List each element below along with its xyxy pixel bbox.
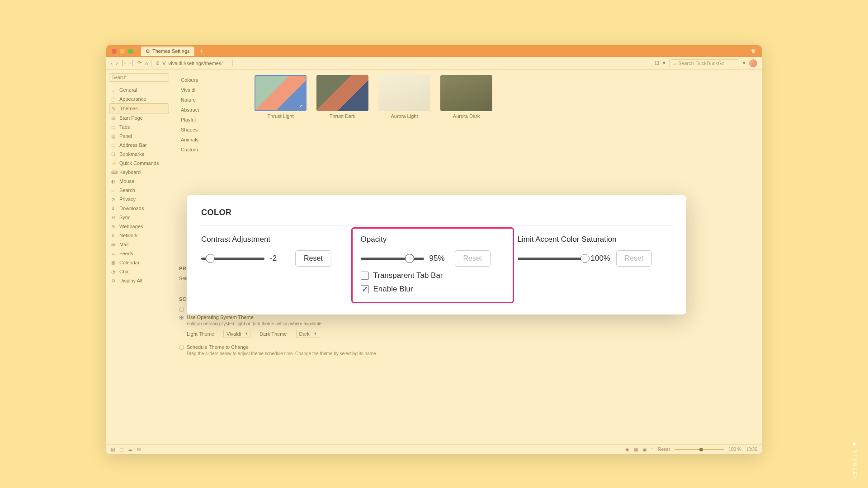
chevron-down-icon[interactable]: ▾ xyxy=(743,60,745,66)
minimize-icon[interactable] xyxy=(120,49,125,54)
sidebar-item-sync[interactable]: ⟲Sync xyxy=(109,213,169,222)
mail-icon[interactable]: ✉ xyxy=(137,447,141,452)
theme-aurora-light[interactable]: Aurora Light xyxy=(378,75,430,155)
check-icon: ✓ xyxy=(297,102,305,109)
sidebar-icon: ✉ xyxy=(111,242,117,247)
sidebar-item-tabs[interactable]: ▭Tabs xyxy=(109,122,169,131)
category-vivaldi[interactable]: Vivaldi xyxy=(179,85,245,95)
category-playful[interactable]: Playful xyxy=(179,115,245,125)
sidebar-icon: ⊼ xyxy=(111,233,117,238)
opacity-reset-button[interactable]: Reset xyxy=(455,250,491,267)
dark-theme-select[interactable]: Dark xyxy=(296,330,319,338)
category-animals[interactable]: Animals xyxy=(179,135,245,145)
camera-icon[interactable]: ◉ xyxy=(625,447,629,452)
category-nature[interactable]: Nature xyxy=(179,95,245,105)
sidebar-item-bookmarks[interactable]: ☐Bookmarks xyxy=(109,150,169,159)
bookmark-icon[interactable]: ☐ xyxy=(655,60,659,66)
sidebar-icon: ⌨ xyxy=(111,170,117,175)
rewind-button[interactable]: ⎮‹ xyxy=(121,60,126,66)
color-panel-title: COLOR xyxy=(201,208,672,217)
category-abstract[interactable]: Abstract xyxy=(179,105,245,115)
sidebar-item-label: Search xyxy=(119,188,135,193)
sidebar-item-network[interactable]: ⊼Network xyxy=(109,231,169,240)
sidebar-item-general[interactable]: ⌄General xyxy=(109,85,169,94)
checkbox-icon: ✓ xyxy=(361,285,369,293)
category-shapes[interactable]: Shapes xyxy=(179,125,245,135)
sidebar-item-appearance[interactable]: ▢Appearance xyxy=(109,94,169,103)
contrast-slider[interactable] xyxy=(201,258,264,260)
tab-themes-settings[interactable]: ⚙ Themes Settings xyxy=(141,47,194,56)
search-input[interactable]: ⌕ Search DuckDuckGo xyxy=(669,59,739,67)
fast-forward-button[interactable]: ›⎮ xyxy=(129,60,134,66)
sidebar-item-mouse[interactable]: ◐Mouse xyxy=(109,177,169,186)
settings-sidebar: Search ⌄General▢Appearance✎Themes⊞Start … xyxy=(106,70,172,444)
sidebar-item-label: Mail xyxy=(119,242,128,247)
sidebar-item-label: Display All xyxy=(119,278,142,283)
zoom-slider[interactable] xyxy=(675,449,724,450)
radio-os-theme[interactable]: Use Operating System Theme xyxy=(179,314,755,320)
sidebar-item-keyboard[interactable]: ⌨Keyboard xyxy=(109,168,169,177)
radio-label: Schedule Theme to Change xyxy=(187,344,249,350)
radio-icon xyxy=(179,345,184,350)
sidebar-item-feeds[interactable]: ⋋Feeds xyxy=(109,249,169,258)
category-colours[interactable]: Colours xyxy=(179,75,245,85)
sidebar-icon: ⌕ xyxy=(111,188,117,193)
sidebar-item-label: Address Bar xyxy=(119,142,147,148)
panel-toggle-icon[interactable]: ▤ xyxy=(111,447,115,452)
cloud-icon[interactable]: ☁ xyxy=(128,447,132,452)
sidebar-item-search[interactable]: ⌕Search xyxy=(109,186,169,195)
sidebar-item-chat[interactable]: ◔Chat xyxy=(109,267,169,276)
sidebar-search[interactable]: Search xyxy=(109,73,169,82)
sidebar-icon: ⊞ xyxy=(111,116,117,121)
sidebar-icon: ▭ xyxy=(111,125,117,130)
home-button[interactable]: ⌂ xyxy=(145,61,148,66)
sidebar-item-label: Themes xyxy=(120,106,138,111)
sidebar-item-downloads[interactable]: ⬇Downloads xyxy=(109,204,169,213)
back-button[interactable]: ‹ xyxy=(111,61,113,66)
theme-thrust-dark[interactable]: Thrust Dark xyxy=(316,75,368,155)
new-tab-button[interactable]: ＋ xyxy=(197,47,206,56)
sidebar-icon: ⌄ xyxy=(111,88,117,93)
sidebar-item-webpages[interactable]: ⊕Webpages xyxy=(109,222,169,231)
maximize-icon[interactable] xyxy=(128,49,133,54)
sidebar-icon: ✎ xyxy=(112,106,117,111)
saturation-slider[interactable] xyxy=(518,258,585,260)
sidebar-item-label: Keyboard xyxy=(119,169,141,175)
transparent-tabbar-checkbox[interactable]: Transparent Tab Bar xyxy=(361,271,505,280)
sidebar-item-label: Tabs xyxy=(119,124,130,130)
sidebar-item-mail[interactable]: ✉Mail xyxy=(109,240,169,249)
sidebar-item-calendar[interactable]: ▦Calendar xyxy=(109,258,169,267)
statusbar: ▤ ▢ ☁ ✉ ◉ ▦ ▣ ⁻ Reset 100 % 13:30 xyxy=(106,444,762,454)
zoom-out-icon[interactable]: ⁻ xyxy=(651,447,653,452)
reload-button[interactable]: ⟳ xyxy=(137,60,142,66)
saturation-reset-button[interactable]: Reset xyxy=(616,250,652,267)
contrast-label: Contrast Adjustment xyxy=(201,235,347,244)
trash-icon[interactable]: 🗑 xyxy=(751,48,756,54)
light-theme-select[interactable]: Vivaldi xyxy=(223,330,250,338)
sidebar-item-themes[interactable]: ✎Themes xyxy=(109,103,169,113)
sidebar-item-start-page[interactable]: ⊞Start Page xyxy=(109,113,169,122)
sidebar-item-privacy[interactable]: ⊘Privacy xyxy=(109,195,169,204)
enable-blur-checkbox[interactable]: ✓ Enable Blur xyxy=(361,285,505,294)
theme-thrust-light[interactable]: ✓Thrust Light xyxy=(255,75,307,155)
sidebar-item-quick-commands[interactable]: ⚡Quick Commands xyxy=(109,159,169,168)
sidebar-item-label: Panel xyxy=(119,133,132,139)
forward-button[interactable]: › xyxy=(116,61,118,66)
theme-thumb xyxy=(316,75,368,111)
dropdown-icon[interactable]: ▾ xyxy=(663,60,665,66)
sidebar-item-address-bar[interactable]: ▭Address Bar xyxy=(109,141,169,150)
contrast-reset-button[interactable]: Reset xyxy=(295,250,331,267)
image-icon[interactable]: ▣ xyxy=(642,447,646,452)
sidebar-item-panel[interactable]: ▤Panel xyxy=(109,131,169,141)
avatar[interactable] xyxy=(749,59,757,67)
address-field[interactable]: ⊘ V vivaldi://settings/themes/ xyxy=(151,59,233,67)
radio-schedule-change[interactable]: Schedule Theme to Change xyxy=(179,344,755,350)
category-custom[interactable]: Custom xyxy=(179,145,245,155)
close-icon[interactable] xyxy=(112,49,117,54)
screenshot-icon[interactable]: ▢ xyxy=(119,447,123,452)
zoom-reset[interactable]: Reset xyxy=(658,447,670,452)
sidebar-item-display-all[interactable]: ⚙Display All xyxy=(109,276,169,285)
theme-aurora-dark[interactable]: Aurora Dark xyxy=(440,75,492,155)
tiling-icon[interactable]: ▦ xyxy=(634,447,638,452)
opacity-slider[interactable] xyxy=(361,258,424,260)
